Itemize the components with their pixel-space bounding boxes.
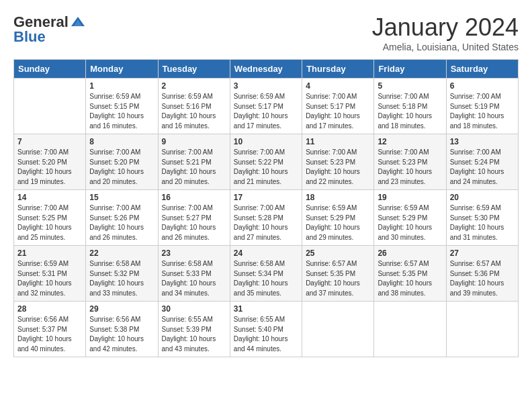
- day-info: Sunrise: 7:00 AMSunset: 5:19 PMDaylight:…: [450, 92, 515, 131]
- day-number: 23: [162, 248, 226, 258]
- calendar-week-row: 28Sunrise: 6:56 AMSunset: 5:37 PMDayligh…: [14, 302, 519, 357]
- day-info: Sunrise: 7:00 AMSunset: 5:18 PMDaylight:…: [378, 92, 442, 131]
- table-row: 18Sunrise: 6:59 AMSunset: 5:29 PMDayligh…: [302, 190, 374, 246]
- page-header: General Blue January 2024 Amelia, Louisi…: [13, 13, 519, 52]
- table-row: 14Sunrise: 7:00 AMSunset: 5:25 PMDayligh…: [14, 190, 86, 246]
- day-number: 2: [162, 81, 226, 91]
- table-row: 28Sunrise: 6:56 AMSunset: 5:37 PMDayligh…: [14, 302, 86, 357]
- table-row: 13Sunrise: 7:00 AMSunset: 5:24 PMDayligh…: [446, 134, 518, 190]
- day-number: 9: [162, 137, 226, 146]
- header-sunday: Sunday: [14, 60, 86, 79]
- table-row: 11Sunrise: 7:00 AMSunset: 5:23 PMDayligh…: [302, 134, 374, 190]
- day-info: Sunrise: 6:59 AMSunset: 5:16 PMDaylight:…: [162, 92, 226, 131]
- table-row: 8Sunrise: 7:00 AMSunset: 5:20 PMDaylight…: [86, 134, 158, 190]
- day-info: Sunrise: 7:00 AMSunset: 5:27 PMDaylight:…: [162, 203, 226, 242]
- table-row: 25Sunrise: 6:57 AMSunset: 5:35 PMDayligh…: [302, 246, 374, 302]
- location: Amelia, Louisiana, United States: [372, 42, 519, 52]
- day-info: Sunrise: 7:00 AMSunset: 5:23 PMDaylight:…: [378, 148, 442, 187]
- table-row: [446, 302, 518, 357]
- day-number: 20: [450, 193, 515, 202]
- day-number: 22: [89, 248, 154, 258]
- table-row: 21Sunrise: 6:59 AMSunset: 5:31 PMDayligh…: [14, 246, 86, 302]
- day-number: 8: [89, 137, 154, 146]
- title-block: January 2024 Amelia, Louisiana, United S…: [372, 13, 519, 52]
- table-row: 9Sunrise: 7:00 AMSunset: 5:21 PMDaylight…: [158, 134, 230, 190]
- day-info: Sunrise: 6:59 AMSunset: 5:30 PMDaylight:…: [450, 203, 515, 242]
- table-row: 2Sunrise: 6:59 AMSunset: 5:16 PMDaylight…: [158, 79, 230, 134]
- day-info: Sunrise: 6:59 AMSunset: 5:29 PMDaylight:…: [378, 203, 442, 242]
- header-saturday: Saturday: [446, 60, 518, 79]
- day-number: 30: [162, 304, 226, 314]
- day-info: Sunrise: 6:56 AMSunset: 5:37 PMDaylight:…: [17, 315, 82, 354]
- day-info: Sunrise: 7:00 AMSunset: 5:22 PMDaylight:…: [234, 148, 298, 187]
- calendar-week-row: 7Sunrise: 7:00 AMSunset: 5:20 PMDaylight…: [14, 134, 519, 190]
- table-row: 1Sunrise: 6:59 AMSunset: 5:15 PMDaylight…: [86, 79, 158, 134]
- day-info: Sunrise: 6:56 AMSunset: 5:38 PMDaylight:…: [89, 315, 154, 354]
- day-info: Sunrise: 6:55 AMSunset: 5:40 PMDaylight:…: [234, 315, 298, 354]
- logo-icon: [70, 14, 86, 30]
- header-wednesday: Wednesday: [230, 60, 302, 79]
- day-info: Sunrise: 6:59 AMSunset: 5:31 PMDaylight:…: [17, 259, 82, 298]
- day-number: 12: [378, 137, 442, 146]
- calendar-week-row: 21Sunrise: 6:59 AMSunset: 5:31 PMDayligh…: [14, 246, 519, 302]
- table-row: 26Sunrise: 6:57 AMSunset: 5:35 PMDayligh…: [374, 246, 446, 302]
- day-number: 19: [378, 193, 442, 202]
- day-number: 24: [234, 248, 298, 258]
- day-info: Sunrise: 7:00 AMSunset: 5:25 PMDaylight:…: [17, 203, 82, 242]
- day-info: Sunrise: 7:00 AMSunset: 5:21 PMDaylight:…: [162, 148, 226, 187]
- day-info: Sunrise: 6:59 AMSunset: 5:17 PMDaylight:…: [234, 92, 298, 131]
- day-info: Sunrise: 7:00 AMSunset: 5:26 PMDaylight:…: [89, 203, 154, 242]
- table-row: 23Sunrise: 6:58 AMSunset: 5:33 PMDayligh…: [158, 246, 230, 302]
- day-number: 14: [17, 193, 82, 202]
- logo-blue: Blue: [13, 28, 46, 46]
- day-info: Sunrise: 7:00 AMSunset: 5:17 PMDaylight:…: [306, 92, 370, 131]
- day-info: Sunrise: 6:55 AMSunset: 5:39 PMDaylight:…: [162, 315, 226, 354]
- day-info: Sunrise: 7:00 AMSunset: 5:20 PMDaylight:…: [89, 148, 154, 187]
- table-row: 27Sunrise: 6:57 AMSunset: 5:36 PMDayligh…: [446, 246, 518, 302]
- header-thursday: Thursday: [302, 60, 374, 79]
- day-info: Sunrise: 6:58 AMSunset: 5:32 PMDaylight:…: [89, 259, 154, 298]
- day-info: Sunrise: 7:00 AMSunset: 5:23 PMDaylight:…: [306, 148, 370, 187]
- day-info: Sunrise: 7:00 AMSunset: 5:24 PMDaylight:…: [450, 148, 515, 187]
- day-info: Sunrise: 6:57 AMSunset: 5:35 PMDaylight:…: [306, 259, 370, 298]
- calendar-week-row: 14Sunrise: 7:00 AMSunset: 5:25 PMDayligh…: [14, 190, 519, 246]
- day-number: 27: [450, 248, 515, 258]
- table-row: 20Sunrise: 6:59 AMSunset: 5:30 PMDayligh…: [446, 190, 518, 246]
- day-number: 18: [306, 193, 370, 202]
- header-tuesday: Tuesday: [158, 60, 230, 79]
- day-number: 25: [306, 248, 370, 258]
- day-number: 10: [234, 137, 298, 146]
- day-number: 6: [450, 81, 515, 91]
- day-number: 7: [17, 137, 82, 146]
- table-row: 4Sunrise: 7:00 AMSunset: 5:17 PMDaylight…: [302, 79, 374, 134]
- table-row: 5Sunrise: 7:00 AMSunset: 5:18 PMDaylight…: [374, 79, 446, 134]
- day-info: Sunrise: 6:57 AMSunset: 5:36 PMDaylight:…: [450, 259, 515, 298]
- days-header-row: Sunday Monday Tuesday Wednesday Thursday…: [14, 60, 519, 79]
- day-number: 5: [378, 81, 442, 91]
- day-number: 17: [234, 193, 298, 202]
- table-row: 10Sunrise: 7:00 AMSunset: 5:22 PMDayligh…: [230, 134, 302, 190]
- day-number: 31: [234, 304, 298, 314]
- table-row: 3Sunrise: 6:59 AMSunset: 5:17 PMDaylight…: [230, 79, 302, 134]
- table-row: 29Sunrise: 6:56 AMSunset: 5:38 PMDayligh…: [86, 302, 158, 357]
- table-row: 31Sunrise: 6:55 AMSunset: 5:40 PMDayligh…: [230, 302, 302, 357]
- table-row: 15Sunrise: 7:00 AMSunset: 5:26 PMDayligh…: [86, 190, 158, 246]
- day-info: Sunrise: 6:59 AMSunset: 5:29 PMDaylight:…: [306, 203, 370, 242]
- table-row: 6Sunrise: 7:00 AMSunset: 5:19 PMDaylight…: [446, 79, 518, 134]
- day-number: 13: [450, 137, 515, 146]
- day-number: 16: [162, 193, 226, 202]
- table-row: 17Sunrise: 7:00 AMSunset: 5:28 PMDayligh…: [230, 190, 302, 246]
- table-row: [374, 302, 446, 357]
- table-row: 7Sunrise: 7:00 AMSunset: 5:20 PMDaylight…: [14, 134, 86, 190]
- table-row: 16Sunrise: 7:00 AMSunset: 5:27 PMDayligh…: [158, 190, 230, 246]
- day-number: 15: [89, 193, 154, 202]
- month-title: January 2024: [372, 13, 519, 42]
- calendar-table: Sunday Monday Tuesday Wednesday Thursday…: [13, 59, 519, 357]
- table-row: [302, 302, 374, 357]
- day-number: 26: [378, 248, 442, 258]
- header-monday: Monday: [86, 60, 158, 79]
- table-row: 22Sunrise: 6:58 AMSunset: 5:32 PMDayligh…: [86, 246, 158, 302]
- day-number: 29: [89, 304, 154, 314]
- day-number: 11: [306, 137, 370, 146]
- table-row: 12Sunrise: 7:00 AMSunset: 5:23 PMDayligh…: [374, 134, 446, 190]
